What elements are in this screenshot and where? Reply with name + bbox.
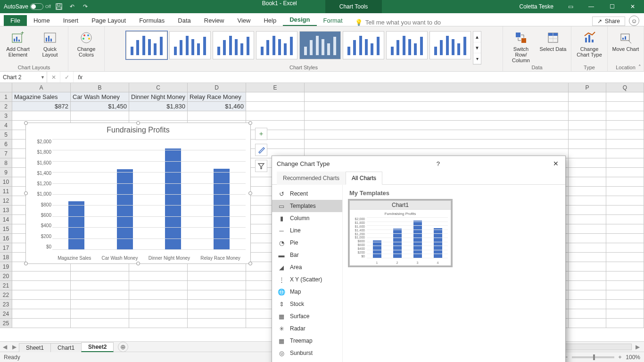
dialog-close-icon[interactable]: ✕ bbox=[551, 158, 561, 169]
cell[interactable] bbox=[606, 92, 644, 102]
cell[interactable] bbox=[188, 319, 246, 328]
chart-category-histogram[interactable]: ▮Histogram bbox=[272, 359, 342, 362]
zoom-slider[interactable] bbox=[572, 356, 614, 358]
tab-file[interactable]: File bbox=[4, 15, 27, 26]
zoom-in-icon[interactable]: ＋ bbox=[617, 353, 623, 361]
chart-style-3[interactable] bbox=[213, 31, 254, 59]
tab-formulas[interactable]: Formulas bbox=[132, 15, 171, 26]
chart-bar[interactable] bbox=[68, 201, 84, 249]
tab-home[interactable]: Home bbox=[27, 15, 57, 26]
minimize-icon[interactable]: ― bbox=[582, 0, 601, 13]
column-header[interactable]: B bbox=[71, 83, 129, 92]
chart-category-sunburst[interactable]: ◎Sunburst bbox=[272, 347, 342, 359]
row-header[interactable]: 5 bbox=[0, 130, 12, 140]
cell[interactable] bbox=[569, 215, 606, 224]
chart-category-radar[interactable]: ✳Radar bbox=[272, 322, 342, 335]
cell[interactable]: Magazine Sales bbox=[12, 92, 71, 102]
hscroll-right-icon[interactable]: ▶ bbox=[633, 344, 642, 350]
row-header[interactable]: 16 bbox=[0, 234, 12, 243]
column-header[interactable]: P bbox=[569, 83, 606, 92]
chart-style-6[interactable] bbox=[343, 31, 384, 59]
chart-bar[interactable] bbox=[117, 169, 133, 249]
row-header[interactable]: 18 bbox=[0, 253, 12, 262]
chart-category-surface[interactable]: ▦Surface bbox=[272, 310, 342, 322]
chart-plot-area[interactable] bbox=[52, 139, 246, 249]
cell[interactable] bbox=[71, 272, 129, 281]
cell[interactable] bbox=[129, 272, 188, 281]
cell[interactable] bbox=[569, 102, 606, 111]
cell[interactable] bbox=[569, 196, 606, 206]
cell[interactable] bbox=[569, 130, 606, 140]
cell[interactable] bbox=[129, 319, 188, 328]
chart-category-treemap[interactable]: ▦Treemap bbox=[272, 335, 342, 347]
cell[interactable] bbox=[606, 309, 644, 319]
row-header[interactable]: 19 bbox=[0, 262, 12, 272]
resize-handle[interactable] bbox=[248, 262, 252, 265]
tell-me-search[interactable]: 💡 Tell me what you want to do bbox=[355, 19, 441, 26]
cell[interactable] bbox=[188, 272, 246, 281]
cell[interactable] bbox=[606, 102, 644, 111]
cell[interactable] bbox=[606, 111, 644, 121]
row-header[interactable]: 10 bbox=[0, 177, 12, 187]
chevron-down-icon[interactable]: ▼ bbox=[41, 75, 45, 80]
chart-styles-more[interactable]: ▲▼▾ bbox=[473, 31, 481, 65]
cell[interactable]: $872 bbox=[12, 102, 71, 111]
cell[interactable] bbox=[569, 234, 606, 243]
cell[interactable] bbox=[606, 262, 644, 272]
cell[interactable] bbox=[12, 272, 71, 281]
move-chart-button[interactable]: Move Chart bbox=[611, 28, 640, 52]
cell[interactable]: Relay Race Money bbox=[188, 92, 246, 102]
cell[interactable] bbox=[12, 300, 71, 309]
chart-elements-button[interactable]: ＋ bbox=[255, 128, 267, 140]
tab-page-layout[interactable]: Page Layout bbox=[85, 15, 132, 26]
formula-input[interactable] bbox=[87, 72, 644, 82]
chart-style-5[interactable] bbox=[299, 31, 341, 59]
column-header[interactable]: D bbox=[188, 83, 246, 92]
row-header[interactable]: 4 bbox=[0, 121, 12, 130]
row-header[interactable]: 6 bbox=[0, 140, 12, 149]
chart-category-x-y-scatter-[interactable]: ⋮X Y (Scatter) bbox=[272, 273, 342, 286]
autosave-switch-icon[interactable] bbox=[30, 3, 43, 10]
sheet-tab-chart1[interactable]: Chart1 bbox=[50, 343, 82, 352]
save-icon[interactable] bbox=[54, 1, 64, 12]
cell[interactable] bbox=[188, 111, 246, 121]
select-data-button[interactable]: Select Data bbox=[539, 28, 567, 52]
resize-handle[interactable] bbox=[136, 121, 140, 125]
row-header[interactable]: 2 bbox=[0, 102, 12, 111]
chart-title[interactable]: Fundraising Profits bbox=[26, 123, 250, 137]
row-header[interactable]: 11 bbox=[0, 187, 12, 196]
chevron-up-icon[interactable]: ▲ bbox=[473, 32, 481, 42]
cell[interactable] bbox=[12, 281, 71, 290]
cell[interactable] bbox=[569, 149, 606, 158]
chart-filters-button[interactable] bbox=[255, 160, 267, 172]
enter-formula-icon[interactable]: ✓ bbox=[60, 72, 74, 82]
cell[interactable] bbox=[12, 319, 71, 328]
chart-category-pie[interactable]: ◔Pie bbox=[272, 237, 342, 249]
cell[interactable] bbox=[71, 290, 129, 300]
cell[interactable] bbox=[569, 262, 606, 272]
cell[interactable] bbox=[569, 177, 606, 187]
cell[interactable] bbox=[12, 111, 71, 121]
tab-view[interactable]: View bbox=[231, 15, 257, 26]
cell[interactable] bbox=[129, 111, 188, 121]
embedded-chart[interactable]: Fundraising Profits $2,000$1,800$1,600$1… bbox=[25, 123, 251, 264]
dialog-tab-all-charts[interactable]: All Charts bbox=[346, 172, 382, 185]
row-header[interactable]: 14 bbox=[0, 215, 12, 224]
cell[interactable] bbox=[305, 111, 569, 121]
switch-row-column-button[interactable]: Switch Row/ Column bbox=[507, 28, 535, 63]
cell[interactable]: Car Wash Money bbox=[71, 92, 129, 102]
feedback-icon[interactable]: ☺ bbox=[629, 16, 639, 26]
row-header[interactable]: 12 bbox=[0, 196, 12, 206]
chart-category-recent[interactable]: ↺Recent bbox=[272, 188, 342, 200]
cell[interactable] bbox=[606, 215, 644, 224]
row-header[interactable]: 3 bbox=[0, 111, 12, 121]
cell[interactable] bbox=[606, 158, 644, 168]
cell[interactable] bbox=[569, 158, 606, 168]
fx-icon[interactable]: fx bbox=[74, 72, 87, 82]
chart-category-stock[interactable]: ⇕Stock bbox=[272, 298, 342, 310]
cell[interactable] bbox=[569, 281, 606, 290]
undo-icon[interactable]: ↶ bbox=[67, 1, 77, 12]
chart-style-7[interactable] bbox=[386, 31, 428, 59]
chart-style-2[interactable] bbox=[169, 31, 211, 59]
sheet-nav-prev-icon[interactable]: ◀ bbox=[0, 344, 9, 350]
